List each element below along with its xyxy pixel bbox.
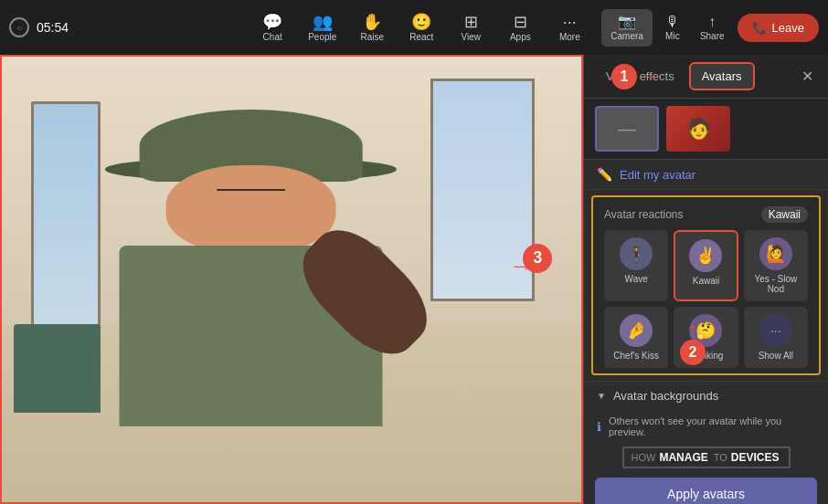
apply-avatars-button[interactable]: Apply avatars	[595, 478, 817, 504]
avatar-display	[48, 101, 454, 502]
edit-avatar-row[interactable]: ✏️ Edit my avatar	[584, 160, 828, 190]
arrow-right-1: →	[641, 67, 661, 87]
video-background: 3 ←	[2, 57, 581, 502]
mic-icon: 🎙	[665, 15, 680, 29]
wm-to: TO	[714, 452, 727, 463]
watermark: HOW MANAGE TO DEVICES	[584, 443, 828, 472]
yes-slow-nod-figure: 🙋	[759, 237, 792, 270]
more-label: More	[559, 32, 580, 42]
annotation-1: 1	[611, 64, 637, 89]
thumbnail-strip: — 🧑	[584, 99, 828, 160]
mic-label: Mic	[665, 31, 680, 41]
thumb-none[interactable]: —	[595, 106, 659, 152]
apply-avatars-label: Apply avatars	[667, 487, 745, 501]
notice-text: Others won't see your avatar while you p…	[609, 415, 815, 437]
backgrounds-toggle[interactable]: ▼ Avatar backgrounds	[597, 389, 815, 403]
notice-row: ℹ Others won't see your avatar while you…	[584, 410, 828, 443]
video-area: 3 ←	[0, 55, 583, 504]
camera-label: Camera	[610, 31, 643, 41]
view-label: View	[462, 32, 482, 42]
reactions-grid: 🕴 Wave ✌️ Kawaii 🙋 Yes - Slow Nod 🤌 Chef…	[604, 230, 808, 368]
react-icon: 🙂	[411, 14, 431, 30]
watermark-box: HOW MANAGE TO DEVICES	[622, 446, 791, 468]
chefs-kiss-label: Chef's Kiss	[613, 351, 659, 361]
react-label: React	[409, 32, 433, 42]
reaction-show-all[interactable]: ··· Show All	[744, 307, 808, 368]
topbar-nav: 💬 Chat 👥 People ✋ Raise 🙂 React ⊞ View ⊟…	[249, 8, 592, 47]
topbar: ○ 05:54 💬 Chat 👥 People ✋ Raise 🙂 React …	[0, 0, 828, 55]
chat-label: Chat	[263, 32, 282, 42]
wm-devices: DEVICES	[729, 451, 781, 464]
nav-more[interactable]: ··· More	[547, 8, 592, 47]
reactions-header: Avatar reactions Kawaii	[604, 206, 808, 223]
share-label: Share	[700, 31, 725, 41]
annotation-2-wrap: ↑ 2	[680, 320, 706, 365]
reaction-yes-slow-nod[interactable]: 🙋 Yes - Slow Nod	[744, 230, 808, 301]
nav-raise[interactable]: ✋ Raise	[349, 8, 395, 47]
show-all-figure: ···	[759, 314, 792, 347]
topbar-left: ○ 05:54	[9, 17, 69, 37]
thumb-avatar-1[interactable]: 🧑	[666, 106, 730, 152]
raise-icon: ✋	[362, 14, 382, 30]
reaction-wave[interactable]: 🕴 Wave	[604, 230, 668, 301]
annotation-2: 2	[680, 340, 706, 365]
camera-button[interactable]: 📷 Camera	[601, 9, 653, 47]
nav-view[interactable]: ⊞ View	[448, 8, 494, 47]
kawaii-figure: ✌️	[689, 239, 722, 272]
wm-manage: MANAGE	[657, 451, 709, 464]
close-icon: ✕	[801, 68, 813, 84]
close-button[interactable]: ✕	[798, 64, 817, 89]
leave-label: Leave	[772, 21, 804, 35]
edit-avatar-label: Edit my avatar	[620, 168, 695, 182]
more-icon: ···	[563, 14, 577, 30]
nav-chat[interactable]: 💬 Chat	[249, 8, 295, 47]
nav-people[interactable]: 👥 People	[299, 8, 345, 47]
wave-figure: 🕴	[620, 237, 653, 270]
backgrounds-section: ▼ Avatar backgrounds	[584, 381, 828, 410]
people-icon: 👥	[313, 14, 333, 30]
people-label: People	[308, 32, 336, 42]
topbar-right: 📷 Camera 🎙 Mic ↑ Share 📞 Leave	[601, 9, 819, 47]
main-content: 3 ← 1 → Video effects Avatars ✕ —	[0, 55, 828, 504]
leave-button[interactable]: 📞 Leave	[738, 14, 819, 42]
view-icon: ⊞	[464, 14, 478, 30]
info-icon: ℹ	[597, 420, 601, 434]
reactions-section: Avatar reactions Kawaii 🕴 Wave ✌️ Kawaii…	[591, 195, 821, 375]
avatars-label: Avatars	[702, 69, 742, 83]
yes-slow-nod-label: Yes - Slow Nod	[748, 274, 804, 294]
wm-how: HOW	[632, 452, 656, 463]
annotation-1-wrap: 1 →	[611, 64, 661, 89]
backgrounds-label: Avatar backgrounds	[613, 389, 718, 403]
camera-icon: 📷	[618, 15, 636, 29]
reactions-active: Kawaii	[761, 206, 808, 223]
raise-label: Raise	[361, 32, 385, 42]
sidebar-panel: 1 → Video effects Avatars ✕ — 🧑	[583, 55, 828, 504]
shield-icon: ○	[9, 17, 29, 37]
show-all-label: Show All	[759, 351, 793, 361]
chat-icon: 💬	[262, 14, 282, 30]
share-icon: ↑	[708, 15, 716, 29]
mic-button[interactable]: 🎙 Mic	[658, 11, 687, 45]
leave-phone-icon: 📞	[752, 21, 767, 35]
apps-icon: ⊟	[514, 14, 527, 30]
arrow-3: ←	[509, 253, 535, 282]
arrow-up-2: ↑	[688, 320, 698, 340]
reactions-title: Avatar reactions	[604, 208, 684, 221]
nav-apps[interactable]: ⊟ Apps	[497, 8, 543, 47]
timer: 05:54	[37, 20, 69, 35]
avatar-head	[165, 165, 335, 254]
wave-label: Wave	[625, 274, 648, 284]
avatar-glasses	[217, 189, 285, 194]
reaction-chefs-kiss[interactable]: 🤌 Chef's Kiss	[604, 307, 668, 368]
nav-react[interactable]: 🙂 React	[398, 8, 444, 47]
apps-label: Apps	[510, 32, 531, 42]
chefs-kiss-figure: 🤌	[620, 314, 653, 347]
tab-avatars[interactable]: Avatars	[689, 62, 755, 90]
reaction-kawaii[interactable]: ✌️ Kawaii	[674, 230, 738, 301]
share-button[interactable]: ↑ Share	[693, 11, 732, 45]
edit-avatar-icon: ✏️	[597, 167, 612, 182]
kawaii-label: Kawaii	[693, 276, 719, 286]
toggle-arrow-icon: ▼	[597, 391, 606, 401]
